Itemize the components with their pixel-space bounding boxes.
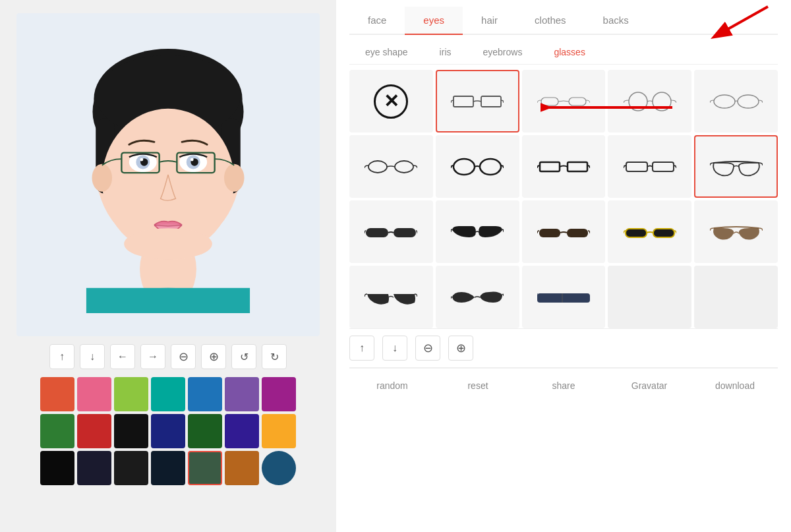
scroll-up-button[interactable]: ↑ xyxy=(349,336,374,361)
glasses-icon xyxy=(451,219,504,245)
footer-tab-share[interactable]: share xyxy=(521,374,606,398)
glasses-icon xyxy=(710,219,763,245)
zoom-out-button[interactable]: ⊖ xyxy=(171,344,196,369)
svg-point-34 xyxy=(454,159,475,175)
svg-rect-26 xyxy=(541,98,558,105)
glasses-rectangular-thin[interactable] xyxy=(436,70,519,133)
footer-tab-download[interactable]: download xyxy=(692,374,778,398)
glasses-sunglasses-yellow[interactable] xyxy=(608,200,691,263)
move-right-button[interactable]: → xyxy=(140,344,165,369)
footer-tab-random[interactable]: random xyxy=(349,374,435,398)
footer-tab-reset[interactable]: reset xyxy=(435,374,521,398)
left-panel: ↑ ↓ ← → ⊖ ⊕ ↺ ↻ xyxy=(0,0,336,532)
glasses-icon xyxy=(451,88,504,115)
move-left-button[interactable]: ← xyxy=(110,344,135,369)
toolbar-row: ↑ ↓ ← → ⊖ ⊕ ↺ ↻ xyxy=(49,344,287,369)
glasses-sunglasses-browline[interactable] xyxy=(349,266,433,328)
glasses-oval-small[interactable] xyxy=(349,135,433,198)
glasses-sunglasses-cat[interactable] xyxy=(436,266,519,328)
zoom-in-small-button[interactable]: ⊕ xyxy=(448,336,473,361)
footer-tab-gravatar[interactable]: Gravatar xyxy=(606,374,692,398)
glasses-none[interactable]: ✕ xyxy=(349,70,433,133)
subtab-eyebrows[interactable]: eyebrows xyxy=(467,40,539,64)
color-swatch[interactable] xyxy=(40,414,74,448)
color-swatch[interactable] xyxy=(151,451,185,485)
right-panel: face eyes hair clothes backs eye shape i… xyxy=(336,0,791,532)
glasses-grid-wrapper: ✕ xyxy=(349,65,778,328)
glasses-icon xyxy=(537,284,590,310)
scroll-down-button[interactable]: ↓ xyxy=(382,336,407,361)
color-swatch[interactable] xyxy=(77,451,111,485)
color-swatch[interactable] xyxy=(225,451,259,485)
color-swatch[interactable] xyxy=(77,377,111,411)
color-swatch[interactable] xyxy=(114,451,148,485)
glasses-rectangular-dark[interactable] xyxy=(522,135,606,198)
redo-button[interactable]: ↻ xyxy=(262,344,287,369)
subtab-eye-shape[interactable]: eye shape xyxy=(349,40,424,64)
subtab-iris[interactable]: iris xyxy=(424,40,467,64)
main-tabs: face eyes hair clothes backs xyxy=(349,7,778,35)
glasses-small-oval[interactable] xyxy=(694,70,778,133)
color-swatch-circle[interactable] xyxy=(262,451,296,485)
color-palette xyxy=(40,377,296,485)
glasses-empty-2[interactable] xyxy=(694,266,778,328)
undo-button[interactable]: ↺ xyxy=(231,344,256,369)
subtab-glasses[interactable]: glasses xyxy=(538,40,601,64)
svg-rect-37 xyxy=(568,162,587,171)
glasses-empty-1[interactable] xyxy=(608,266,691,328)
color-swatch[interactable] xyxy=(114,414,148,448)
tab-backs[interactable]: backs xyxy=(585,7,647,35)
color-swatch[interactable] xyxy=(77,414,111,448)
svg-rect-3 xyxy=(86,288,250,313)
glasses-icon xyxy=(710,154,763,180)
color-swatch[interactable] xyxy=(114,377,148,411)
glasses-icon xyxy=(537,219,590,245)
glasses-icon xyxy=(365,284,417,310)
glasses-sunglasses-wide[interactable] xyxy=(522,266,606,328)
svg-rect-43 xyxy=(567,229,588,237)
glasses-icon xyxy=(624,154,676,180)
glasses-sunglasses-brown[interactable] xyxy=(522,200,606,263)
svg-point-11 xyxy=(92,164,113,192)
glasses-sunglasses-aviator-brown[interactable] xyxy=(694,200,778,263)
svg-point-32 xyxy=(368,161,387,173)
color-swatch[interactable] xyxy=(188,414,222,448)
tab-hair[interactable]: hair xyxy=(463,7,516,35)
svg-rect-24 xyxy=(454,96,473,107)
glasses-sunglasses-wayfarer[interactable] xyxy=(436,200,519,263)
svg-point-28 xyxy=(629,92,647,111)
color-swatch[interactable] xyxy=(188,377,222,411)
glasses-rectangular-medium[interactable] xyxy=(608,135,691,198)
move-up-button[interactable]: ↑ xyxy=(49,344,74,369)
bottom-toolbar: ↑ ↓ ⊖ ⊕ xyxy=(349,328,778,367)
glasses-icon xyxy=(365,154,417,180)
glasses-sunglasses-wrap[interactable] xyxy=(349,200,433,263)
color-swatch[interactable] xyxy=(262,377,296,411)
zoom-out-small-button[interactable]: ⊖ xyxy=(415,336,440,361)
color-swatch[interactable] xyxy=(225,414,259,448)
svg-point-30 xyxy=(714,95,735,108)
glasses-wire-thin[interactable] xyxy=(522,70,606,133)
zoom-in-button[interactable]: ⊕ xyxy=(201,344,226,369)
color-swatch-selected[interactable] xyxy=(188,451,222,485)
move-down-button[interactable]: ↓ xyxy=(80,344,105,369)
glasses-icon xyxy=(624,219,676,245)
tab-face[interactable]: face xyxy=(349,7,405,35)
sub-tabs: eye shape iris eyebrows glasses xyxy=(349,40,778,65)
tab-eyes[interactable]: eyes xyxy=(405,7,463,35)
svg-rect-25 xyxy=(481,96,501,107)
color-swatch[interactable] xyxy=(151,414,185,448)
glasses-round[interactable] xyxy=(608,70,691,133)
color-swatch[interactable] xyxy=(40,451,74,485)
color-swatch[interactable] xyxy=(225,377,259,411)
glasses-thick-round[interactable] xyxy=(436,135,519,198)
color-swatch[interactable] xyxy=(40,377,74,411)
color-swatch[interactable] xyxy=(262,414,296,448)
glasses-aviator[interactable] xyxy=(694,135,778,198)
tab-clothes[interactable]: clothes xyxy=(516,7,585,35)
glasses-icon xyxy=(365,219,417,245)
svg-rect-46 xyxy=(537,293,590,303)
svg-point-31 xyxy=(738,95,759,108)
color-swatch[interactable] xyxy=(151,377,185,411)
no-glasses-icon: ✕ xyxy=(374,84,408,119)
